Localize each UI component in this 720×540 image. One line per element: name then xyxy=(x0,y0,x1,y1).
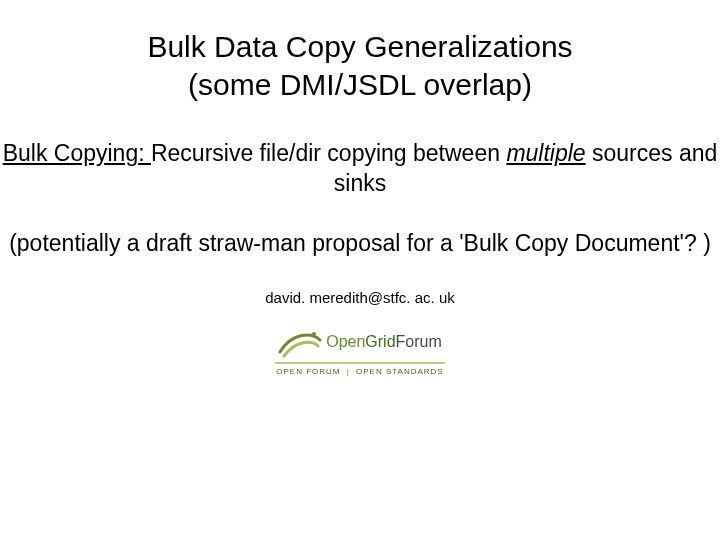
author-email: david. meredith@stfc. ac. uk xyxy=(0,289,720,306)
logo-top-row: OpenGridForum xyxy=(275,326,445,358)
subtitle-2: (potentially a draft straw-man proposal … xyxy=(0,229,720,259)
subtitle-1: Bulk Copying: Recursive file/dir copying… xyxy=(0,139,720,199)
logo-tagline-right: OPEN STANDARDS xyxy=(356,367,444,376)
logo-container: OpenGridForum OPEN FORUM | OPEN STANDARD… xyxy=(0,326,720,378)
logo-word-grid: Grid xyxy=(365,333,395,350)
subtitle-span-1: Recursive file/dir copying between xyxy=(151,140,506,166)
open-grid-forum-logo: OpenGridForum OPEN FORUM | OPEN STANDARD… xyxy=(275,326,445,376)
logo-word-open: Open xyxy=(326,333,365,350)
logo-tagline: OPEN FORUM | OPEN STANDARDS xyxy=(275,367,445,376)
logo-word-forum: Forum xyxy=(396,333,442,350)
slide-title: Bulk Data Copy Generalizations (some DMI… xyxy=(0,28,720,103)
logo-wordmark: OpenGridForum xyxy=(326,333,442,351)
slide: Bulk Data Copy Generalizations (some DMI… xyxy=(0,0,720,540)
logo-tagline-left: OPEN FORUM xyxy=(276,367,340,376)
logo-tagline-sep: | xyxy=(344,367,353,376)
svg-point-0 xyxy=(312,332,316,336)
logo-divider xyxy=(275,362,445,364)
subtitle-multiple: multiple xyxy=(506,140,585,166)
title-line-2: (some DMI/JSDL overlap) xyxy=(0,66,720,104)
logo-swoosh-icon xyxy=(278,326,322,358)
subtitle-prefix: Bulk Copying: xyxy=(3,140,151,166)
title-line-1: Bulk Data Copy Generalizations xyxy=(0,28,720,66)
